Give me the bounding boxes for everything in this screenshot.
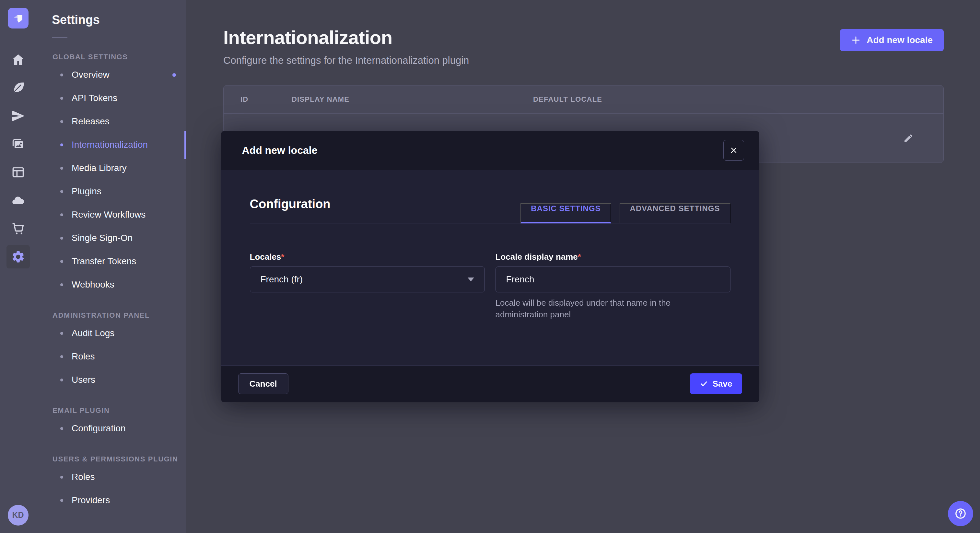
tab-advanced-settings[interactable]: ADVANCED SETTINGS bbox=[620, 203, 730, 224]
display-name-hint: Locale will be displayed under that name… bbox=[495, 297, 722, 321]
locales-label: Locales* bbox=[250, 252, 485, 262]
config-header-row: Configuration BASIC SETTINGS ADVANCED SE… bbox=[250, 197, 730, 224]
tab-basic-settings[interactable]: BASIC SETTINGS bbox=[520, 203, 611, 224]
required-asterisk: * bbox=[578, 252, 581, 262]
config-section-title: Configuration bbox=[250, 197, 331, 223]
save-button[interactable]: Save bbox=[690, 373, 742, 394]
modal-layer: Add new locale Configuration BASIC SETTI… bbox=[0, 0, 980, 533]
modal-footer: Cancel Save bbox=[221, 365, 759, 402]
check-icon bbox=[700, 379, 708, 388]
cancel-button[interactable]: Cancel bbox=[238, 373, 288, 394]
locales-select[interactable]: French (fr) bbox=[250, 266, 485, 292]
tab-bar: BASIC SETTINGS ADVANCED SETTINGS bbox=[520, 203, 730, 223]
required-asterisk: * bbox=[281, 252, 284, 262]
app-root: KD Settings GLOBAL SETTINGS Overview API… bbox=[0, 0, 980, 533]
chevron-down-icon bbox=[468, 278, 474, 281]
locales-field-group: Locales* French (fr) bbox=[250, 252, 485, 321]
display-name-label: Locale display name* bbox=[495, 252, 730, 262]
close-icon bbox=[730, 146, 738, 154]
display-name-input[interactable] bbox=[495, 266, 730, 292]
add-new-locale-modal: Add new locale Configuration BASIC SETTI… bbox=[221, 131, 759, 402]
close-button[interactable] bbox=[723, 140, 744, 160]
locales-select-value: French (fr) bbox=[261, 274, 303, 285]
modal-body: Configuration BASIC SETTINGS ADVANCED SE… bbox=[221, 170, 759, 365]
save-label: Save bbox=[713, 379, 732, 389]
modal-header: Add new locale bbox=[221, 131, 759, 170]
form-row: Locales* French (fr) Locale display name… bbox=[250, 252, 730, 321]
display-name-field-group: Locale display name* Locale will be disp… bbox=[495, 252, 730, 321]
modal-title: Add new locale bbox=[242, 144, 318, 156]
